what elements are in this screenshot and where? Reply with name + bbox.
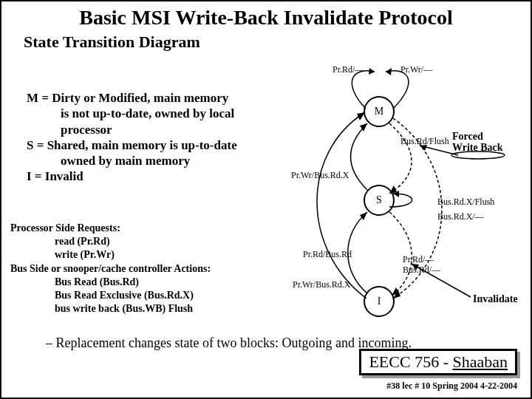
lbl-prrdbusrd: Pr.Rd/Bus.Rd — [303, 249, 352, 260]
slide: Basic MSI Write-Back Invalidate Protocol… — [0, 0, 532, 399]
lbl-prrd_: Pr.Rd/— — [403, 254, 434, 265]
lbl-busrdflush: Bus.Rd/Flush — [400, 136, 449, 147]
lbl-prwrbusrdx: Pr.Wr/Bus.Rd.X — [291, 170, 349, 181]
footer-meta: #38 lec # 10 Spring 2004 4-22-2004 — [386, 381, 517, 392]
forced-write-back-label: Forced Write Back — [452, 131, 503, 154]
footer-box: EECC 756 - Shaaban — [359, 349, 517, 375]
lbl-prwr: Pr.Wr/— — [400, 64, 432, 75]
edge-i-to-m — [317, 112, 366, 299]
state-i: I — [364, 286, 395, 317]
edge-m-to-s — [389, 123, 412, 194]
state-s: S — [364, 185, 395, 216]
lbl-prwrbusrdx2: Pr.Wr/Bus.Rd.X — [293, 279, 351, 290]
invalidate-label: Invalidate — [473, 293, 518, 305]
lbl-prrd: Pr.Rd/— — [332, 64, 364, 75]
footer-author: Shaaban — [452, 352, 508, 371]
lbl-busrd_: Bus.Rd/— — [403, 265, 440, 276]
footer-course: EECC 756 - — [369, 352, 452, 371]
state-m: M — [364, 96, 395, 127]
arrow-m-prwr — [386, 68, 392, 75]
arrow-m-prrd — [369, 68, 375, 75]
forced-a: Forced — [452, 131, 483, 142]
edge-s-to-m — [351, 123, 368, 190]
lbl-busrdx_: Bus.Rd.X/— — [437, 211, 484, 222]
lbl-busrdxflush: Bus.Rd.X/Flush — [437, 197, 494, 208]
forced-b: Write Back — [452, 142, 503, 153]
